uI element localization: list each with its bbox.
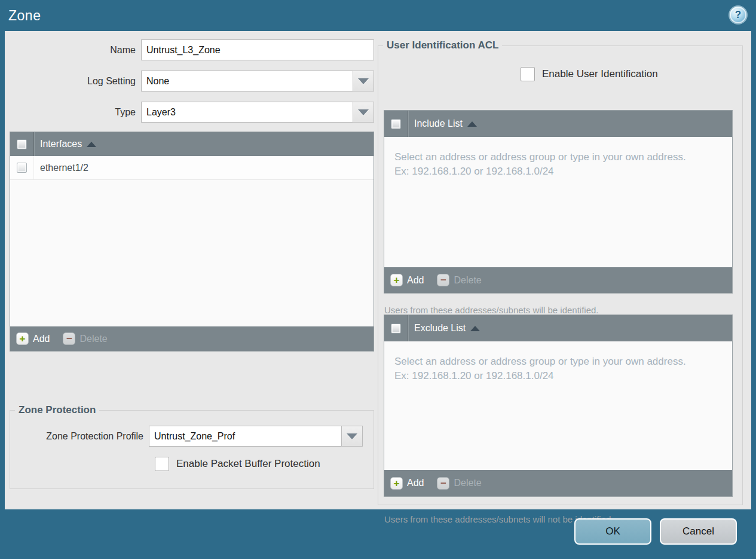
zone-dialog-panel: Name Log Setting None Type Layer3 (5, 31, 751, 509)
log-setting-dropdown-button[interactable] (353, 71, 374, 91)
packet-buffer-row: Enable Packet Buffer Protection (10, 457, 374, 471)
type-value: Layer3 (141, 102, 353, 123)
exclude-list-column-header[interactable]: Exclude List (414, 323, 466, 334)
delete-include-button[interactable]: − Delete (437, 274, 481, 286)
interfaces-table: Interfaces ethernet1/2 + Add − De (10, 132, 374, 352)
include-list-table: Include List Select an address or addres… (384, 110, 733, 294)
delete-button-label: Delete (454, 275, 481, 286)
include-header-checkbox-cell (384, 111, 408, 137)
zone-protection-profile-select[interactable]: Untrust_Zone_Prof (149, 426, 363, 447)
user-identification-acl-legend: User Identification ACL (383, 39, 502, 51)
include-list-placeholder: Select an address or address group or ty… (384, 137, 701, 179)
log-setting-select[interactable]: None (141, 71, 374, 91)
plus-icon: + (390, 477, 403, 490)
interfaces-header-checkbox-cell (10, 132, 34, 156)
zone-protection-legend: Zone Protection (15, 404, 99, 416)
zone-protection-fieldset: Zone Protection Zone Protection Profile … (10, 404, 374, 489)
user-identification-acl-fieldset: User Identification ACL Enable User Iden… (378, 39, 743, 505)
name-label: Name (10, 45, 141, 56)
left-column: Name Log Setting None Type Layer3 (10, 31, 374, 352)
packet-buffer-label: Enable Packet Buffer Protection (176, 458, 320, 470)
log-setting-row: Log Setting None (10, 71, 374, 91)
exclude-list-body[interactable]: Select an address or address group or ty… (384, 341, 732, 470)
enable-user-identification-checkbox[interactable] (521, 67, 535, 81)
add-button-label: Add (407, 275, 424, 286)
zone-protection-profile-row: Zone Protection Profile Untrust_Zone_Pro… (10, 426, 374, 447)
minus-icon: − (437, 477, 449, 490)
cancel-button[interactable]: Cancel (660, 518, 737, 545)
ok-button[interactable]: OK (574, 518, 651, 545)
minus-icon: − (437, 274, 449, 286)
exclude-list-placeholder: Select an address or address group or ty… (384, 341, 701, 383)
enable-packet-buffer-protection-checkbox[interactable] (155, 457, 169, 471)
exclude-list-table: Exclude List Select an address or addres… (384, 314, 733, 497)
interfaces-table-footer: + Add − Delete (10, 326, 374, 351)
chevron-down-icon (358, 109, 369, 115)
add-button-label: Add (407, 478, 424, 488)
add-interface-button[interactable]: + Add (16, 332, 50, 345)
row-checkbox-cell (10, 156, 34, 179)
dialog-title: Zone (0, 8, 41, 24)
include-list-header: Include List (384, 111, 732, 137)
plus-icon: + (390, 274, 403, 286)
interfaces-column-header[interactable]: Interfaces (40, 139, 82, 149)
sort-ascending-icon[interactable] (87, 142, 96, 147)
log-setting-label: Log Setting (10, 76, 141, 87)
type-dropdown-button[interactable] (353, 102, 374, 123)
include-list-column-header[interactable]: Include List (414, 118, 463, 129)
type-select[interactable]: Layer3 (141, 102, 374, 123)
exclude-list-header: Exclude List (384, 315, 732, 341)
row-checkbox[interactable] (17, 163, 27, 173)
include-select-all-checkbox[interactable] (391, 119, 401, 129)
exclude-select-all-checkbox[interactable] (391, 323, 401, 334)
sort-ascending-icon[interactable] (470, 326, 480, 331)
exclude-header-checkbox-cell (384, 315, 408, 341)
add-button-label: Add (33, 334, 50, 344)
interface-name: ethernet1/2 (40, 163, 88, 173)
zone-protection-profile-label: Zone Protection Profile (10, 431, 149, 442)
delete-interface-button[interactable]: − Delete (63, 332, 107, 345)
zone-protection-profile-value: Untrust_Zone_Prof (149, 426, 341, 447)
exclude-list-footer: + Add − Delete (384, 470, 732, 496)
help-glyph: ? (735, 9, 741, 21)
zone-protection-profile-dropdown-button[interactable] (341, 426, 363, 447)
log-setting-value: None (141, 71, 353, 91)
sort-ascending-icon[interactable] (467, 121, 477, 127)
add-include-button[interactable]: + Add (390, 274, 424, 286)
add-exclude-button[interactable]: + Add (390, 477, 424, 490)
enable-user-identification-label: Enable User Identification (542, 68, 658, 80)
delete-button-label: Delete (79, 334, 107, 344)
include-list-footer: + Add − Delete (384, 267, 732, 293)
delete-button-label: Delete (454, 478, 481, 488)
delete-exclude-button[interactable]: − Delete (437, 477, 481, 490)
enable-user-identification-row: Enable User Identification (378, 67, 742, 81)
interfaces-table-header: Interfaces (10, 132, 374, 156)
include-list-note: Users from these addresses/subnets will … (384, 305, 599, 315)
name-input[interactable] (141, 39, 374, 60)
help-icon[interactable]: ? (730, 7, 746, 23)
plus-icon: + (16, 332, 29, 345)
interfaces-select-all-checkbox[interactable] (17, 139, 27, 149)
type-label: Type (10, 107, 141, 118)
name-row: Name (10, 39, 374, 60)
minus-icon: − (63, 332, 75, 345)
chevron-down-icon (347, 433, 357, 439)
type-row: Type Layer3 (10, 102, 374, 123)
table-row[interactable]: ethernet1/2 (10, 156, 374, 180)
dialog-titlebar: Zone ? (0, 0, 756, 31)
chevron-down-icon (358, 78, 369, 84)
interfaces-table-body: ethernet1/2 (10, 156, 374, 326)
include-list-body[interactable]: Select an address or address group or ty… (384, 137, 732, 267)
